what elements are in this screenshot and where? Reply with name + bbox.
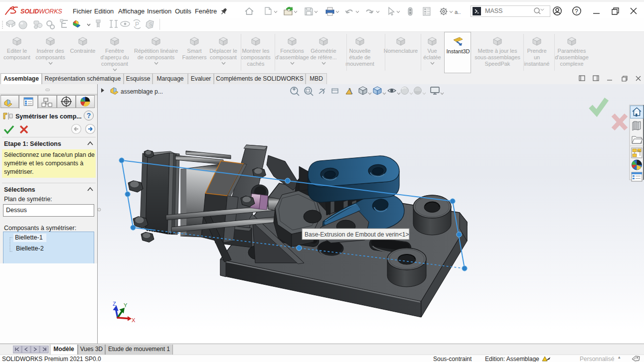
svg-text:Base-Extrusion de Embout de ve: Base-Extrusion de Embout de verin<1> (305, 231, 409, 238)
svg-text:?: ? (575, 8, 578, 15)
svg-text:X: X (132, 317, 136, 323)
svg-text:a..: a.. (455, 9, 461, 15)
svg-text:SOLIDWORKS: SOLIDWORKS (20, 8, 62, 15)
svg-text:Z: Z (113, 301, 116, 307)
svg-text:P: P (135, 21, 139, 28)
svg-text:S: S (149, 22, 153, 27)
svg-text:Y: Y (124, 302, 128, 308)
svg-text:assemblage p...: assemblage p... (121, 88, 163, 95)
